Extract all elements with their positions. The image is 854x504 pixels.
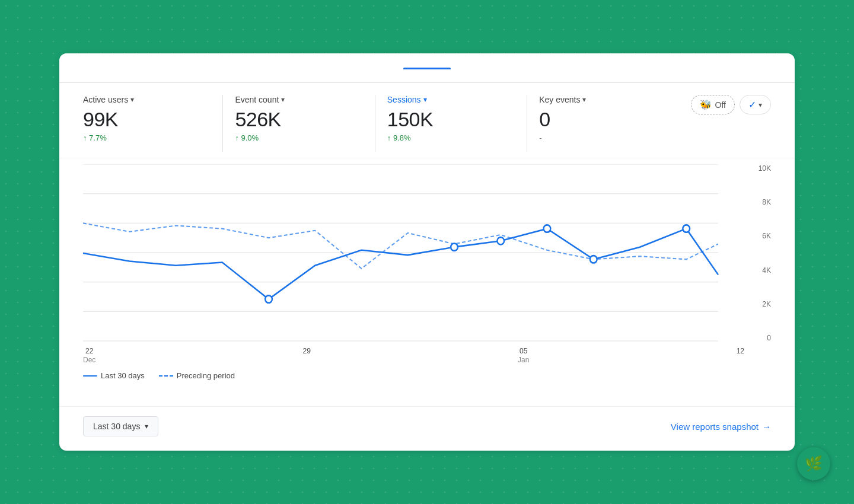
sessions-change: ↑ 9.8%	[387, 133, 515, 142]
chart-area: 10K 8K 6K 4K 2K 0	[59, 158, 795, 406]
y-label-8k: 8K	[744, 198, 771, 206]
fab-button[interactable]: 🌿	[797, 447, 830, 480]
chart-container: 10K 8K 6K 4K 2K 0	[83, 164, 771, 342]
active-users-value: 99K	[83, 108, 211, 131]
svg-point-10	[544, 225, 551, 232]
event-count-chevron: ▾	[281, 95, 285, 104]
tab-active-indicator	[403, 68, 451, 69]
svg-point-8	[451, 243, 458, 250]
bee-toggle-button[interactable]: 🐝 Off	[691, 95, 735, 114]
legend-solid-line	[83, 375, 97, 377]
y-label-6k: 6K	[744, 232, 771, 240]
active-users-label: Active users ▾	[83, 95, 211, 104]
compare-chevron: ▾	[759, 101, 762, 109]
fab-icon: 🌿	[805, 455, 823, 472]
main-card: Active users ▾ 99K ↑ 7.7% Event count ▾ …	[59, 53, 795, 451]
event-count-change: ↑ 9.0%	[235, 133, 362, 142]
legend-dashed-line	[159, 375, 173, 377]
view-reports-arrow: →	[762, 422, 771, 432]
view-reports-link[interactable]: View reports snapshot →	[671, 422, 771, 432]
active-users-change: ↑ 7.7%	[83, 133, 211, 142]
compare-button[interactable]: ✓ ▾	[740, 95, 771, 114]
y-label-10k: 10K	[744, 164, 771, 173]
sessions-chevron: ▾	[423, 95, 427, 104]
y-axis-labels: 10K 8K 6K 4K 2K 0	[744, 164, 771, 342]
date-range-label: Last 30 days	[93, 422, 140, 431]
svg-point-12	[683, 225, 690, 232]
legend-solid: Last 30 days	[83, 371, 145, 380]
legend-solid-label: Last 30 days	[101, 371, 145, 380]
key-events-chevron: ▾	[582, 95, 586, 104]
active-users-chevron: ▾	[130, 95, 134, 104]
bottom-bar: Last 30 days ▾ View reports snapshot →	[59, 406, 795, 451]
legend-dashed: Preceding period	[159, 371, 235, 380]
legend-dashed-label: Preceding period	[177, 371, 235, 380]
event-count-value: 526K	[235, 108, 362, 131]
x-axis-labels: 22 Dec 29 05 Jan 12	[83, 342, 771, 364]
checkmark-icon: ✓	[748, 99, 756, 110]
metric-event-count[interactable]: Event count ▾ 526K ↑ 9.0%	[235, 95, 375, 152]
y-label-2k: 2K	[744, 300, 771, 308]
key-events-label: Key events ▾	[539, 95, 667, 104]
metric-sessions[interactable]: Sessions ▾ 150K ↑ 9.8%	[387, 95, 527, 152]
x-label-29: 29	[303, 347, 311, 364]
key-events-change: -	[539, 133, 667, 142]
metric-active-users[interactable]: Active users ▾ 99K ↑ 7.7%	[83, 95, 223, 152]
x-label-12: 12	[737, 347, 744, 364]
svg-point-9	[497, 237, 504, 244]
sessions-label: Sessions ▾	[387, 95, 515, 104]
chart-svg	[83, 164, 771, 342]
y-label-0: 0	[744, 334, 771, 342]
metrics-row: Active users ▾ 99K ↑ 7.7% Event count ▾ …	[59, 83, 795, 158]
key-events-value: 0	[539, 108, 667, 131]
x-label-05-jan: 05 Jan	[518, 347, 529, 364]
svg-point-7	[265, 295, 272, 302]
metric-key-events[interactable]: Key events ▾ 0 -	[539, 95, 678, 152]
date-range-chevron: ▾	[145, 422, 148, 430]
view-reports-label: View reports snapshot	[671, 422, 759, 432]
event-count-label: Event count ▾	[235, 95, 362, 104]
toggle-label: Off	[715, 100, 726, 110]
y-label-4k: 4K	[744, 266, 771, 275]
date-range-button[interactable]: Last 30 days ▾	[83, 416, 158, 436]
svg-point-11	[590, 256, 597, 263]
tab-bar	[59, 53, 795, 83]
sessions-value: 150K	[387, 108, 515, 131]
x-label-22-dec: 22 Dec	[83, 347, 95, 364]
bee-icon: 🐝	[700, 99, 712, 110]
chart-legend: Last 30 days Preceding period	[83, 364, 771, 380]
toggle-area: 🐝 Off ✓ ▾	[679, 95, 771, 114]
